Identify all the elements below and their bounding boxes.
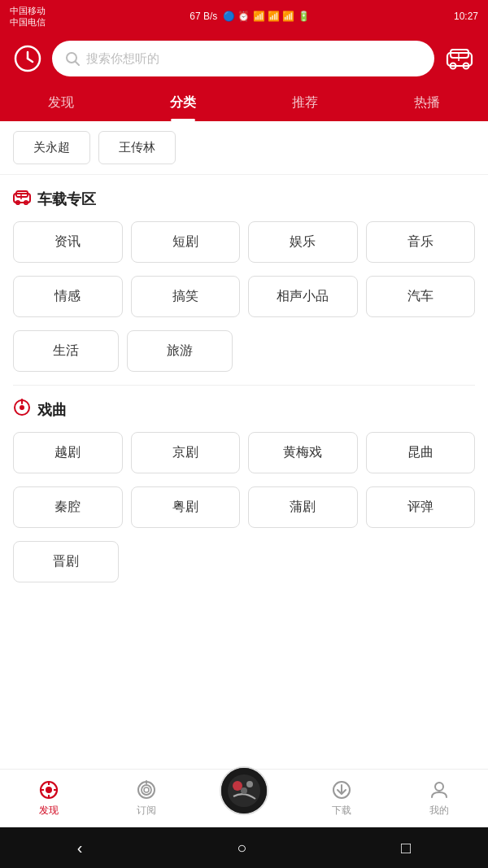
tag-qinggan[interactable]: 情感	[13, 276, 123, 317]
search-placeholder: 搜索你想听的	[86, 51, 159, 67]
tag-shenghuo[interactable]: 生活	[13, 330, 119, 372]
section-car-zone: 车载专区	[0, 175, 488, 210]
svg-point-31	[233, 781, 242, 791]
tag-yule[interactable]: 娱乐	[248, 221, 358, 263]
main-content: 关永超 王传林 车载专区 资讯 短剧 娱乐 音乐 情感 搞笑 相声小品	[0, 121, 488, 772]
car-zone-label: 车载专区	[37, 190, 96, 209]
status-bar: 中国移动 中国电信 67 B/s 🔵 ⏰ 📶 📶 📶 🔋 10:27	[0, 0, 488, 33]
album-art	[221, 768, 267, 813]
tag-puju[interactable]: 蒲剧	[248, 486, 358, 528]
nav-download[interactable]: 下载	[293, 779, 390, 818]
car-zone-icon	[13, 188, 31, 210]
back-button[interactable]: ‹	[77, 839, 83, 857]
svg-point-27	[144, 787, 149, 792]
tag-huangmeixi[interactable]: 黄梅戏	[248, 432, 358, 473]
now-playing-avatar[interactable]	[220, 766, 268, 815]
tab-category[interactable]: 分类	[122, 85, 244, 121]
subscribe-nav-icon	[136, 779, 157, 800]
tag-yueju2[interactable]: 粤剧	[131, 486, 241, 528]
svg-point-3	[67, 53, 76, 63]
nav-center[interactable]	[195, 783, 293, 815]
tag-jingju[interactable]: 京剧	[131, 432, 241, 473]
nav-discover[interactable]: 发现	[0, 779, 98, 818]
tag-qiche[interactable]: 汽车	[366, 276, 476, 317]
home-button[interactable]: ○	[237, 839, 246, 857]
tag-yueju[interactable]: 越剧	[13, 432, 123, 473]
svg-point-33	[241, 787, 247, 794]
tag-zixun[interactable]: 资讯	[13, 221, 123, 263]
car-zone-tags-row3: 生活 旅游	[0, 330, 488, 385]
nav-download-label: 下载	[332, 804, 351, 818]
tag-xiangsheng[interactable]: 相声小品	[248, 276, 358, 317]
car-zone-tags-row2: 情感 搞笑 相声小品 汽车	[0, 276, 488, 330]
tag-kunqu[interactable]: 昆曲	[366, 432, 476, 473]
tab-hot[interactable]: 热播	[366, 85, 488, 121]
svg-point-20	[46, 787, 52, 793]
svg-line-4	[76, 62, 79, 65]
tag-lvyou[interactable]: 旅游	[127, 330, 233, 372]
svg-point-36	[435, 783, 443, 791]
svg-point-26	[142, 785, 151, 795]
nav-discover-label: 发现	[39, 804, 59, 818]
tag-guanyongchao[interactable]: 关永超	[13, 131, 90, 164]
nav-mine-label: 我的	[429, 804, 449, 818]
bottom-nav: 发现 订阅 下载	[0, 769, 488, 827]
nav-subscribe[interactable]: 订阅	[98, 779, 195, 818]
sys-nav: ‹ ○ □	[0, 827, 488, 868]
svg-point-18	[21, 399, 24, 401]
tag-duanju[interactable]: 短剧	[131, 221, 241, 263]
clock-icon[interactable]	[13, 44, 42, 73]
opera-tags-row1: 越剧 京剧 黄梅戏 昆曲	[0, 432, 488, 486]
clock: 10:27	[454, 11, 478, 22]
opera-tags-row3: 晋剧	[0, 541, 488, 595]
svg-point-32	[246, 781, 253, 787]
opera-title: 戏曲	[13, 399, 475, 421]
svg-line-2	[28, 59, 33, 62]
search-icon	[65, 51, 80, 66]
svg-point-16	[20, 405, 24, 410]
carrier-info: 中国移动 中国电信	[10, 5, 46, 28]
tag-wangchuanlin[interactable]: 王传林	[98, 131, 176, 164]
car-nav-icon[interactable]	[444, 43, 475, 74]
tab-discover[interactable]: 发现	[0, 85, 122, 121]
opera-icon	[13, 399, 31, 421]
recent-button[interactable]: □	[401, 839, 411, 857]
tab-recommend[interactable]: 推荐	[244, 85, 366, 121]
search-header: 搜索你想听的	[0, 33, 488, 85]
section-opera: 戏曲	[0, 386, 488, 421]
tag-pingtan[interactable]: 评弹	[366, 486, 476, 528]
top-tags-row: 关永超 王传林	[0, 121, 488, 175]
car-zone-title: 车载专区	[13, 188, 475, 210]
opera-tags-row2: 秦腔 粤剧 蒲剧 评弹	[0, 486, 488, 541]
tag-yinyue[interactable]: 音乐	[366, 221, 476, 263]
search-bar[interactable]: 搜索你想听的	[52, 41, 434, 76]
tag-qinqiang[interactable]: 秦腔	[13, 486, 123, 528]
discover-nav-icon	[38, 779, 59, 800]
network-info: 67 B/s 🔵 ⏰ 📶 📶 📶 🔋	[190, 11, 309, 22]
download-nav-icon	[331, 779, 352, 800]
mine-nav-icon	[429, 779, 450, 800]
car-zone-tags-row1: 资讯 短剧 娱乐 音乐	[0, 221, 488, 276]
opera-label: 戏曲	[37, 400, 67, 420]
nav-mine[interactable]: 我的	[390, 779, 488, 818]
tag-gaoxiao[interactable]: 搞笑	[131, 276, 241, 317]
nav-tabs: 发现 分类 推荐 热播	[0, 85, 488, 121]
nav-subscribe-label: 订阅	[137, 804, 156, 818]
tag-jinju[interactable]: 晋剧	[13, 541, 119, 582]
